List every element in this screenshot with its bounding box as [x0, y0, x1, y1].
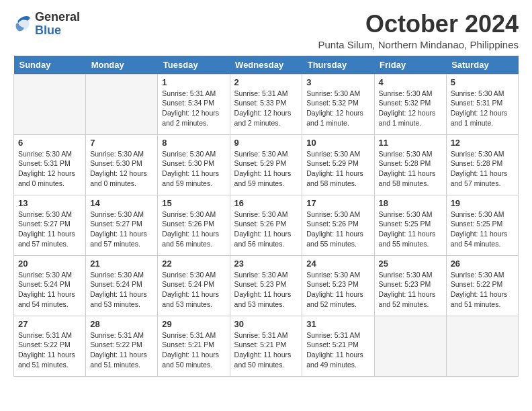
day-info: Sunrise: 5:30 AMSunset: 5:30 PMDaylight:…	[162, 149, 225, 189]
week-row-5: 27Sunrise: 5:31 AMSunset: 5:22 PMDayligh…	[14, 316, 519, 376]
day-number: 14	[90, 198, 153, 208]
day-info: Sunrise: 5:30 AMSunset: 5:27 PMDaylight:…	[90, 210, 153, 249]
day-number: 31	[306, 319, 369, 329]
day-info: Sunrise: 5:30 AMSunset: 5:23 PMDaylight:…	[234, 270, 298, 310]
day-info: Sunrise: 5:30 AMSunset: 5:26 PMDaylight:…	[234, 210, 298, 249]
day-cell: 30Sunrise: 5:31 AMSunset: 5:21 PMDayligh…	[230, 316, 302, 376]
day-number: 4	[379, 77, 442, 87]
day-cell: 19Sunrise: 5:30 AMSunset: 5:25 PMDayligh…	[446, 195, 518, 255]
day-info: Sunrise: 5:30 AMSunset: 5:29 PMDaylight:…	[234, 149, 298, 189]
day-number: 23	[234, 259, 298, 269]
header-cell-wednesday: Wednesday	[230, 56, 302, 75]
day-info: Sunrise: 5:30 AMSunset: 5:24 PMDaylight:…	[18, 270, 81, 310]
logo-icon	[13, 15, 32, 34]
day-cell: 14Sunrise: 5:30 AMSunset: 5:27 PMDayligh…	[86, 195, 158, 255]
day-cell: 27Sunrise: 5:31 AMSunset: 5:22 PMDayligh…	[14, 316, 86, 376]
day-cell: 8Sunrise: 5:30 AMSunset: 5:30 PMDaylight…	[158, 134, 230, 195]
day-info: Sunrise: 5:30 AMSunset: 5:26 PMDaylight:…	[162, 210, 225, 249]
day-number: 30	[234, 319, 298, 329]
day-cell	[374, 316, 446, 376]
day-cell: 24Sunrise: 5:30 AMSunset: 5:23 PMDayligh…	[302, 255, 374, 316]
day-number: 18	[379, 198, 442, 208]
day-info: Sunrise: 5:30 AMSunset: 5:32 PMDaylight:…	[306, 89, 369, 128]
day-cell	[446, 316, 518, 376]
day-cell: 31Sunrise: 5:31 AMSunset: 5:21 PMDayligh…	[302, 316, 374, 376]
week-row-2: 6Sunrise: 5:30 AMSunset: 5:31 PMDaylight…	[14, 134, 519, 195]
day-number: 27	[18, 319, 81, 329]
day-info: Sunrise: 5:31 AMSunset: 5:33 PMDaylight:…	[234, 89, 298, 128]
day-cell: 4Sunrise: 5:30 AMSunset: 5:32 PMDaylight…	[374, 74, 446, 134]
calendar-body: 1Sunrise: 5:31 AMSunset: 5:34 PMDaylight…	[14, 74, 519, 376]
day-number: 12	[451, 138, 514, 148]
day-cell: 29Sunrise: 5:31 AMSunset: 5:21 PMDayligh…	[158, 316, 230, 376]
day-cell: 5Sunrise: 5:30 AMSunset: 5:31 PMDaylight…	[446, 74, 518, 134]
day-number: 25	[379, 259, 442, 269]
header-row: SundayMondayTuesdayWednesdayThursdayFrid…	[14, 56, 519, 75]
calendar-table: SundayMondayTuesdayWednesdayThursdayFrid…	[13, 56, 519, 377]
day-info: Sunrise: 5:30 AMSunset: 5:31 PMDaylight:…	[18, 149, 81, 189]
day-cell	[86, 74, 158, 134]
day-info: Sunrise: 5:31 AMSunset: 5:21 PMDaylight:…	[234, 330, 298, 370]
day-cell: 9Sunrise: 5:30 AMSunset: 5:29 PMDaylight…	[230, 134, 302, 195]
month-title: October 2024	[318, 11, 519, 38]
day-cell: 22Sunrise: 5:30 AMSunset: 5:24 PMDayligh…	[158, 255, 230, 316]
header-cell-thursday: Thursday	[302, 56, 374, 75]
day-info: Sunrise: 5:31 AMSunset: 5:21 PMDaylight:…	[306, 330, 369, 370]
day-number: 21	[90, 259, 153, 269]
day-number: 8	[162, 138, 225, 148]
day-number: 13	[18, 198, 81, 208]
day-cell: 15Sunrise: 5:30 AMSunset: 5:26 PMDayligh…	[158, 195, 230, 255]
day-number: 1	[162, 77, 225, 87]
day-number: 26	[451, 259, 514, 269]
location: Punta Silum, Northern Mindanao, Philippi…	[318, 39, 519, 50]
day-number: 11	[379, 138, 442, 148]
day-number: 7	[90, 138, 153, 148]
day-info: Sunrise: 5:31 AMSunset: 5:34 PMDaylight:…	[162, 89, 225, 128]
day-info: Sunrise: 5:30 AMSunset: 5:23 PMDaylight:…	[306, 270, 369, 310]
day-cell: 12Sunrise: 5:30 AMSunset: 5:28 PMDayligh…	[446, 134, 518, 195]
day-info: Sunrise: 5:30 AMSunset: 5:24 PMDaylight:…	[90, 270, 153, 310]
day-cell: 25Sunrise: 5:30 AMSunset: 5:23 PMDayligh…	[374, 255, 446, 316]
day-info: Sunrise: 5:31 AMSunset: 5:21 PMDaylight:…	[162, 330, 225, 370]
day-number: 19	[451, 198, 514, 208]
day-info: Sunrise: 5:30 AMSunset: 5:27 PMDaylight:…	[18, 210, 81, 249]
day-info: Sunrise: 5:30 AMSunset: 5:31 PMDaylight:…	[451, 89, 514, 128]
page-header: General Blue October 2024 Punta Silum, N…	[13, 11, 519, 50]
week-row-4: 20Sunrise: 5:30 AMSunset: 5:24 PMDayligh…	[14, 255, 519, 316]
day-info: Sunrise: 5:30 AMSunset: 5:32 PMDaylight:…	[379, 89, 442, 128]
day-cell: 13Sunrise: 5:30 AMSunset: 5:27 PMDayligh…	[14, 195, 86, 255]
day-cell: 28Sunrise: 5:31 AMSunset: 5:22 PMDayligh…	[86, 316, 158, 376]
day-number: 28	[90, 319, 153, 329]
day-cell: 21Sunrise: 5:30 AMSunset: 5:24 PMDayligh…	[86, 255, 158, 316]
day-number: 10	[306, 138, 369, 148]
title-area: October 2024 Punta Silum, Northern Minda…	[318, 11, 519, 50]
day-number: 3	[306, 77, 369, 87]
day-info: Sunrise: 5:31 AMSunset: 5:22 PMDaylight:…	[18, 330, 81, 370]
day-number: 24	[306, 259, 369, 269]
day-cell: 26Sunrise: 5:30 AMSunset: 5:22 PMDayligh…	[446, 255, 518, 316]
day-info: Sunrise: 5:30 AMSunset: 5:28 PMDaylight:…	[379, 149, 442, 189]
week-row-3: 13Sunrise: 5:30 AMSunset: 5:27 PMDayligh…	[14, 195, 519, 255]
day-cell	[14, 74, 86, 134]
header-cell-friday: Friday	[374, 56, 446, 75]
logo: General Blue	[13, 11, 80, 38]
day-cell: 20Sunrise: 5:30 AMSunset: 5:24 PMDayligh…	[14, 255, 86, 316]
header-cell-sunday: Sunday	[14, 56, 86, 75]
day-info: Sunrise: 5:30 AMSunset: 5:28 PMDaylight:…	[451, 149, 514, 189]
day-number: 2	[234, 77, 298, 87]
week-row-1: 1Sunrise: 5:31 AMSunset: 5:34 PMDaylight…	[14, 74, 519, 134]
logo-text: General Blue	[35, 11, 80, 38]
day-cell: 6Sunrise: 5:30 AMSunset: 5:31 PMDaylight…	[14, 134, 86, 195]
day-cell: 7Sunrise: 5:30 AMSunset: 5:30 PMDaylight…	[86, 134, 158, 195]
day-info: Sunrise: 5:30 AMSunset: 5:30 PMDaylight:…	[90, 149, 153, 189]
day-number: 22	[162, 259, 225, 269]
day-info: Sunrise: 5:30 AMSunset: 5:24 PMDaylight:…	[162, 270, 225, 310]
day-number: 20	[18, 259, 81, 269]
header-cell-monday: Monday	[86, 56, 158, 75]
day-cell: 17Sunrise: 5:30 AMSunset: 5:26 PMDayligh…	[302, 195, 374, 255]
day-number: 5	[451, 77, 514, 87]
day-info: Sunrise: 5:30 AMSunset: 5:25 PMDaylight:…	[451, 210, 514, 249]
day-info: Sunrise: 5:31 AMSunset: 5:22 PMDaylight:…	[90, 330, 153, 370]
day-number: 6	[18, 138, 81, 148]
day-cell: 10Sunrise: 5:30 AMSunset: 5:29 PMDayligh…	[302, 134, 374, 195]
